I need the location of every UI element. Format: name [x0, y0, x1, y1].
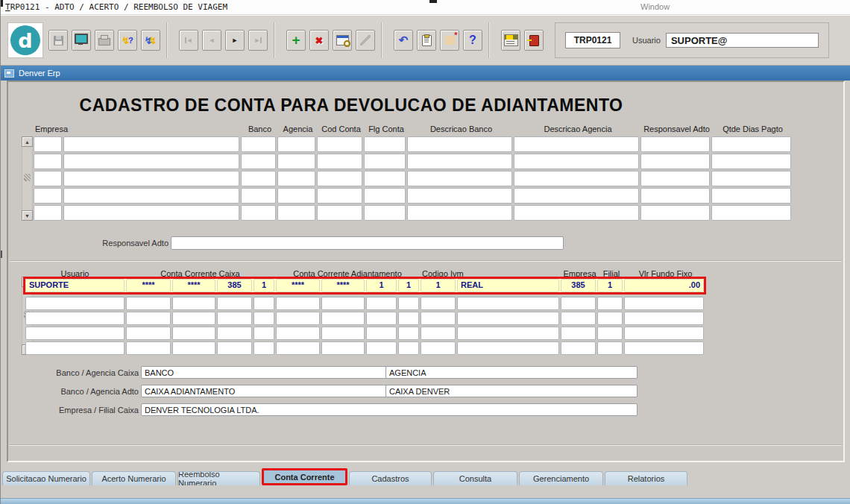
grid2-cell[interactable] — [276, 327, 320, 340]
grid2-cell[interactable] — [597, 341, 623, 355]
grid1-cell[interactable] — [63, 136, 239, 152]
grid2-cell[interactable] — [398, 297, 419, 310]
grid2-cell[interactable] — [366, 327, 397, 340]
menu-window[interactable]: Window — [640, 2, 693, 11]
insert-record-button[interactable]: + — [286, 30, 306, 51]
grid1-cell[interactable] — [711, 205, 791, 221]
grid2-cell[interactable]: 1 — [398, 279, 419, 292]
grid2-cell[interactable] — [597, 327, 623, 340]
grid2-cell[interactable] — [25, 341, 125, 355]
grid2-cell-vlr-fundo-fixo[interactable]: .00 — [624, 279, 704, 292]
grid2-cell[interactable] — [561, 297, 596, 310]
grid1-cell[interactable] — [640, 171, 710, 186]
grid2-cell[interactable] — [457, 327, 559, 340]
grid2-cell[interactable] — [321, 327, 365, 340]
grid2-cell[interactable] — [321, 312, 365, 325]
grid2-cell[interactable] — [366, 312, 397, 325]
grid2-cell[interactable] — [217, 312, 252, 325]
grid2-cell[interactable]: 385 — [217, 279, 252, 292]
grid1-cell[interactable] — [407, 188, 512, 204]
responsavel-adto-field[interactable] — [171, 236, 564, 250]
first-record-button[interactable]: ◄ — [179, 30, 198, 51]
grid2-cell[interactable] — [172, 312, 215, 325]
grid2-cell[interactable] — [624, 312, 704, 325]
grid1-cell[interactable] — [640, 154, 710, 169]
banco-agencia-caixa-field-1[interactable]: BANCO — [141, 366, 391, 379]
grid1-cell[interactable] — [277, 154, 315, 169]
grid2-cell[interactable] — [457, 341, 559, 355]
grid1-cell[interactable] — [241, 136, 276, 152]
grid2-cell[interactable] — [25, 297, 125, 310]
grid1-cell[interactable] — [364, 154, 406, 169]
help-button[interactable]: ? — [463, 30, 482, 51]
scroll-up-icon[interactable]: ▲ — [22, 136, 33, 147]
grid1-cell[interactable] — [640, 136, 710, 152]
grid2-cell-filial[interactable]: 1 — [597, 279, 623, 292]
grid2-cell[interactable] — [25, 327, 125, 340]
grid1-cell[interactable] — [514, 154, 639, 169]
commit-button[interactable]: * — [440, 30, 459, 51]
grid2-cell[interactable] — [561, 312, 596, 325]
grid1-cell[interactable] — [63, 188, 239, 204]
grid1-cell[interactable] — [277, 136, 315, 152]
grid1-cell[interactable] — [711, 171, 791, 186]
grid1-cell[interactable] — [241, 154, 276, 169]
grid2-cell[interactable] — [254, 297, 274, 310]
grid1-cell[interactable] — [317, 188, 362, 204]
grid1-cell[interactable] — [514, 205, 639, 221]
clipboard-button[interactable] — [417, 30, 436, 51]
delete-record-button[interactable]: ✖ — [309, 30, 329, 51]
grid2-cell[interactable] — [276, 297, 320, 310]
grid2-cell[interactable]: **** — [172, 279, 215, 292]
program-code-field[interactable]: TRP0121 — [565, 32, 620, 48]
grid2-cell[interactable] — [217, 341, 252, 355]
grid2-cell[interactable] — [597, 297, 623, 310]
grid2-cell[interactable]: **** — [126, 279, 171, 292]
grid2-cell[interactable]: 1 — [366, 279, 397, 292]
execute-query-button[interactable]: ↯↯ — [141, 30, 160, 51]
grid2-cell[interactable] — [624, 327, 704, 340]
tab-acerto-numerario[interactable]: Acerto Numerario — [92, 471, 176, 485]
grid1-cell[interactable] — [640, 205, 710, 221]
grid1-cell[interactable] — [364, 188, 406, 204]
grid2-cell[interactable] — [398, 312, 419, 325]
grid2-cell[interactable] — [172, 327, 215, 340]
tab-relatorios[interactable]: Relatorios — [605, 471, 687, 485]
grid1-cell[interactable] — [407, 136, 512, 152]
grid1-cell[interactable] — [241, 188, 276, 204]
grid1-cell[interactable] — [407, 171, 512, 186]
exit-button[interactable] — [524, 30, 544, 51]
last-record-button[interactable]: ► — [248, 30, 268, 51]
grid1-cell[interactable] — [364, 205, 406, 221]
grid2-cell[interactable]: **** — [276, 279, 320, 292]
grid2-cell[interactable] — [254, 341, 274, 355]
grid2-cell[interactable]: 1 — [421, 279, 456, 292]
grid1-cell[interactable] — [34, 188, 62, 204]
grid2-cell[interactable] — [421, 297, 456, 310]
grid1-cell[interactable] — [34, 205, 62, 221]
next-record-button[interactable]: ► — [225, 30, 245, 51]
tab-conta-corrente[interactable]: Conta Corrente — [262, 468, 347, 485]
grid2-cell[interactable] — [276, 341, 320, 355]
grid2-cell[interactable] — [597, 312, 623, 325]
grid1-cell[interactable] — [241, 171, 276, 186]
undo-button[interactable]: ↶ — [394, 30, 413, 51]
grid2-cell[interactable] — [624, 341, 704, 355]
grid2-cell[interactable] — [172, 297, 215, 310]
screen-button[interactable] — [72, 30, 91, 51]
grid2-cell[interactable] — [254, 327, 274, 340]
tab-cadastros[interactable]: Cadastros — [349, 471, 432, 485]
grid2-cell-usuario[interactable]: SUPORTE — [25, 279, 125, 292]
banco-agencia-adto-field-1[interactable]: CAIXA ADIANTAMENTO — [141, 385, 391, 397]
tab-solicitacao-numerario[interactable]: Solicitacao Numerario — [2, 471, 90, 485]
grid1-scrollbar[interactable]: ▲ ▼ — [22, 136, 33, 221]
grid1-cell[interactable] — [34, 154, 62, 169]
print-button[interactable] — [95, 30, 114, 51]
grid1-cell[interactable] — [277, 171, 315, 186]
grid2-cell[interactable] — [276, 312, 320, 325]
banco-agencia-adto-field-2[interactable]: CAIXA DENVER — [385, 385, 638, 397]
grid1-cell[interactable] — [317, 136, 362, 152]
grid2-cell[interactable] — [421, 312, 456, 325]
empresa-filial-caixa-field[interactable]: DENVER TECNOLOGIA LTDA. — [141, 403, 638, 416]
grid2-selected-row[interactable]: SUPORTE **** **** 385 1 **** **** 1 1 1 … — [23, 277, 706, 294]
